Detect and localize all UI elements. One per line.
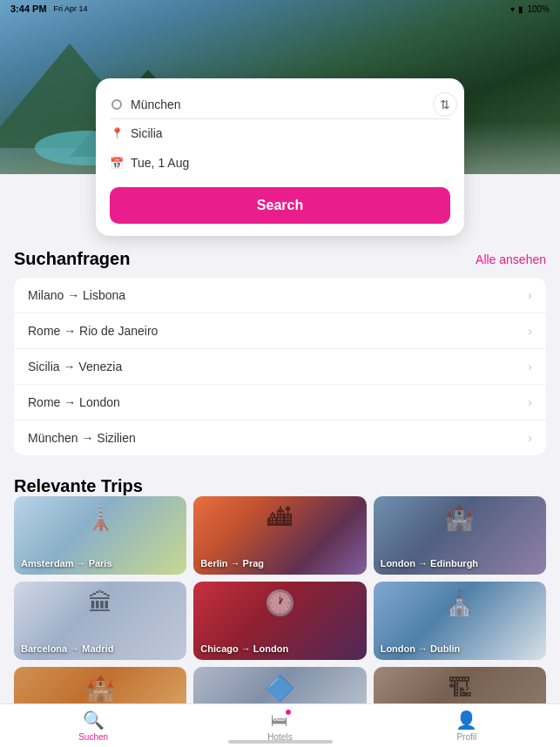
search-list-item[interactable]: Milano → Lisbona› bbox=[14, 278, 546, 313]
chevron-icon: › bbox=[528, 360, 532, 374]
trip-background: 🏙 Berlin → Prag bbox=[193, 496, 366, 575]
trip-deco: 🏛 bbox=[88, 589, 112, 617]
status-icons: ▾ ▮ 100% bbox=[510, 4, 550, 14]
trip-deco: 🏙 bbox=[267, 503, 292, 532]
tab-profil[interactable]: 👤Profil bbox=[374, 710, 560, 742]
search-item-text: Milano → Lisbona bbox=[28, 288, 125, 302]
destination-icon: 📍 bbox=[110, 126, 124, 140]
trip-label: Berlin → Prag bbox=[200, 557, 264, 569]
trip-background: 🏛 Barcelona → Madrid bbox=[14, 582, 186, 660]
relevante-trips-title: Relevante Trips bbox=[14, 476, 143, 495]
search-item-text: Rome → Rio de Janeiro bbox=[28, 324, 158, 338]
chevron-icon: › bbox=[528, 288, 532, 302]
status-date: Fri Apr 14 bbox=[54, 4, 88, 13]
trip-card[interactable]: 🏙 Berlin → Prag bbox=[193, 496, 366, 575]
tab-badge: 🛏 bbox=[271, 710, 288, 730]
search-card: München ⇅ 📍 Sicilia 📅 Tue, 1 Aug Search bbox=[96, 78, 464, 236]
calendar-icon: 📅 bbox=[110, 156, 124, 170]
trip-label: Chicago → London bbox=[200, 643, 288, 655]
search-list-item[interactable]: Sicilia → Venezia› bbox=[14, 349, 546, 385]
date-field[interactable]: 📅 Tue, 1 Aug bbox=[110, 149, 450, 177]
status-time: 3:44 PM bbox=[10, 3, 47, 14]
swap-button[interactable]: ⇅ bbox=[433, 92, 457, 117]
search-item-text: Sicilia → Venezia bbox=[28, 360, 122, 374]
battery-percent: 100% bbox=[527, 4, 550, 14]
search-list-item[interactable]: München → Sizilien› bbox=[14, 421, 546, 455]
trip-card[interactable]: 🏰 London → Edinburgh bbox=[374, 496, 546, 575]
trip-card[interactable]: 🗼 Amsterdam → Paris bbox=[14, 496, 186, 575]
trip-background: 🕐 Chicago → London bbox=[193, 582, 366, 660]
trip-card[interactable]: ⛪ London → Dublin bbox=[374, 582, 546, 660]
trips-grid: 🗼 Amsterdam → Paris 🏙 Berlin → Prag 🏰 Lo… bbox=[14, 496, 546, 703]
trip-background: 🗼 Amsterdam → Paris bbox=[14, 496, 186, 575]
tab-hotels[interactable]: 🛏 Hotels bbox=[186, 710, 373, 742]
home-indicator bbox=[228, 740, 333, 744]
status-bar: 3:44 PM Fri Apr 14 ▾ ▮ 100% bbox=[0, 0, 560, 17]
wifi-icon: ▾ bbox=[510, 4, 515, 14]
chevron-icon: › bbox=[528, 324, 532, 338]
suchanfragen-title: Suchanfragen bbox=[14, 249, 130, 269]
origin-text: München bbox=[131, 98, 450, 111]
tab-icon-2: 👤 bbox=[455, 710, 477, 730]
trip-card[interactable]: 🕐 Chicago → London bbox=[193, 582, 366, 660]
origin-icon bbox=[110, 98, 124, 111]
origin-field[interactable]: München ⇅ bbox=[110, 91, 450, 119]
trip-deco: 🕐 bbox=[265, 589, 295, 617]
trip-background: ⛪ London → Dublin bbox=[374, 582, 546, 660]
trip-label: Barcelona → Madrid bbox=[21, 643, 113, 655]
alle-ansehen-link[interactable]: Alle ansehen bbox=[476, 252, 546, 266]
date-text: Tue, 1 Aug bbox=[131, 156, 450, 170]
trip-card[interactable]: 🏰 Barcelona → Sevilla bbox=[14, 667, 186, 703]
search-item-text: Rome → London bbox=[28, 395, 120, 409]
search-list-item[interactable]: Rome → London› bbox=[14, 385, 546, 421]
chevron-icon: › bbox=[528, 395, 532, 409]
trip-card[interactable]: 🏗 Madrid → Barcelona bbox=[374, 667, 546, 703]
trip-label: London → Edinburgh bbox=[381, 557, 478, 569]
destination-text: Sicilia bbox=[131, 126, 450, 140]
trip-background: 🏰 London → Edinburgh bbox=[374, 496, 546, 575]
trip-deco: 🏰 bbox=[444, 503, 475, 532]
trip-card[interactable]: 🏛 Barcelona → Madrid bbox=[14, 582, 186, 660]
destination-field[interactable]: 📍 Sicilia bbox=[110, 119, 450, 147]
trip-deco: 🏰 bbox=[85, 674, 116, 703]
tab-suchen[interactable]: 🔍Suchen bbox=[0, 710, 186, 742]
tab-label-2: Profil bbox=[456, 732, 476, 742]
battery-icon: ▮ bbox=[518, 4, 523, 14]
tab-icon-0: 🔍 bbox=[83, 710, 105, 730]
trip-background: 🔷 London → Paris bbox=[193, 667, 366, 703]
trip-background: 🏰 Barcelona → Sevilla bbox=[14, 667, 186, 703]
trip-card[interactable]: 🔷 London → Paris bbox=[193, 667, 366, 703]
badge-dot bbox=[285, 709, 292, 716]
main-content: Suchanfragen Alle ansehen Milano → Lisbo… bbox=[0, 235, 560, 703]
search-list-item[interactable]: Rome → Rio de Janeiro› bbox=[14, 313, 546, 349]
trip-deco: 🔷 bbox=[265, 674, 295, 703]
suchanfragen-header: Suchanfragen Alle ansehen bbox=[14, 249, 546, 269]
trip-label: Amsterdam → Paris bbox=[21, 557, 112, 569]
trip-deco: 🏗 bbox=[448, 674, 472, 703]
trip-label: London → Dublin bbox=[381, 643, 461, 655]
chevron-icon: › bbox=[528, 431, 532, 445]
trip-deco: 🗼 bbox=[85, 503, 116, 532]
search-item-text: München → Sizilien bbox=[28, 431, 136, 445]
trip-deco: ⛪ bbox=[444, 589, 475, 617]
tab-label-0: Suchen bbox=[78, 732, 108, 742]
search-button[interactable]: Search bbox=[110, 187, 450, 224]
suchanfragen-list: Milano → Lisbona›Rome → Rio de Janeiro›S… bbox=[14, 278, 546, 455]
trip-background: 🏗 Madrid → Barcelona bbox=[374, 667, 546, 703]
